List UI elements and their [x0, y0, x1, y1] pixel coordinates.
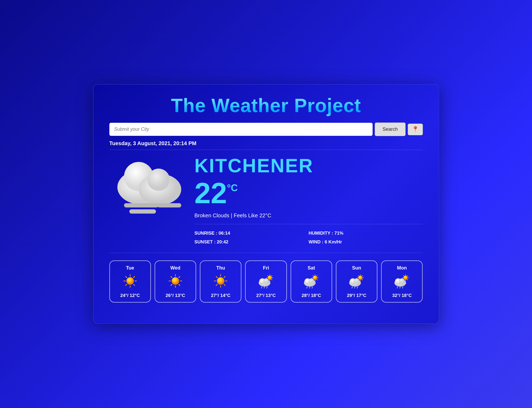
- forecast-card: Fri: [245, 260, 287, 303]
- svg-line-71: [362, 275, 362, 276]
- forecast-card: Tue 24°/ 12°C: [109, 260, 151, 303]
- cloud-rain-icon: [303, 274, 320, 288]
- temperature-row: 22 °C: [195, 178, 423, 208]
- weather-info: KITCHENER 22 °C Broken Clouds | Feels Li…: [195, 155, 423, 246]
- svg-line-86: [407, 275, 408, 276]
- svg-line-33: [216, 284, 217, 285]
- forecast-card: Thu 27°/ 14°C: [200, 260, 241, 303]
- svg-point-79: [403, 276, 408, 280]
- svg-line-21: [171, 276, 172, 278]
- svg-point-64: [358, 276, 362, 280]
- svg-line-24: [171, 284, 172, 285]
- svg-line-91: [397, 287, 398, 288]
- main-weather-section: KITCHENER 22 °C Broken Clouds | Feels Li…: [109, 155, 423, 246]
- svg-line-12: [126, 276, 127, 278]
- sun-icon: [168, 274, 183, 288]
- svg-point-60: [309, 278, 314, 284]
- forecast-row: Tue 24°/ 12°CWed: [109, 260, 423, 303]
- forecast-temp: 24°/ 12°C: [120, 293, 140, 298]
- cloud-fog-icon: [115, 158, 189, 217]
- forecast-temp: 27°/ 14°C: [211, 293, 230, 298]
- svg-line-31: [224, 284, 225, 285]
- svg-line-84: [403, 275, 404, 276]
- svg-line-15: [126, 284, 127, 285]
- svg-line-70: [362, 279, 362, 280]
- svg-line-77: [354, 287, 355, 288]
- search-button[interactable]: Search: [375, 123, 405, 136]
- forecast-icon: [168, 274, 183, 290]
- forecast-icon: [258, 274, 275, 290]
- svg-line-13: [133, 284, 135, 285]
- svg-line-54: [313, 275, 313, 276]
- city-name: KITCHENER: [195, 155, 423, 176]
- svg-line-69: [358, 275, 359, 276]
- forecast-icon: [348, 274, 365, 290]
- app-title: The Weather Project: [109, 95, 423, 116]
- forecast-temp: 26°/ 13°C: [166, 293, 185, 298]
- svg-point-3: [147, 169, 170, 191]
- forecast-day: Sun: [352, 265, 361, 271]
- cloud-rain-icon: [393, 274, 410, 288]
- forecast-day: Thu: [216, 265, 225, 271]
- svg-rect-6: [157, 203, 181, 207]
- forecast-card: Mon: [381, 260, 423, 303]
- svg-line-47: [264, 287, 265, 288]
- svg-line-63: [312, 287, 312, 288]
- forecast-day: Tue: [126, 265, 134, 271]
- forecast-day: Fri: [263, 265, 269, 271]
- svg-line-61: [307, 287, 307, 288]
- app-container: The Weather Project Search 📍 Tuesday, 3 …: [93, 84, 439, 324]
- svg-point-49: [313, 276, 317, 280]
- forecast-day: Wed: [170, 265, 180, 271]
- svg-line-48: [267, 287, 267, 288]
- forecast-temp: 29°/ 17°C: [347, 293, 366, 298]
- cloud-rain-icon: [348, 274, 365, 288]
- divider-1: [109, 150, 423, 150]
- cloud-rain-icon: [258, 274, 275, 288]
- weather-icon-area: [109, 155, 195, 211]
- svg-line-93: [402, 287, 403, 288]
- forecast-icon: [303, 274, 320, 290]
- stats-row: SUNRISE : 06:14 SUNSET : 20:42 HUMIDITY …: [195, 229, 423, 246]
- svg-line-22: [179, 284, 180, 285]
- forecast-temp: 27°/ 13°C: [256, 293, 276, 298]
- svg-line-85: [407, 279, 408, 280]
- stats-left: SUNRISE : 06:14 SUNSET : 20:42: [195, 229, 309, 246]
- svg-line-92: [400, 287, 400, 288]
- svg-line-56: [317, 275, 317, 276]
- svg-line-23: [179, 276, 180, 278]
- divider-2: [195, 224, 423, 224]
- sun-icon: [123, 274, 138, 288]
- svg-line-62: [309, 287, 310, 288]
- forecast-day: Mon: [397, 265, 407, 271]
- wind: WIND : 6 Km/Hr: [309, 238, 423, 246]
- pin-button[interactable]: 📍: [408, 124, 423, 135]
- search-input[interactable]: [109, 123, 373, 136]
- svg-rect-5: [129, 209, 156, 214]
- svg-point-7: [126, 277, 134, 285]
- forecast-temp: 28°/ 18°C: [302, 293, 321, 298]
- cloud-icon: [115, 158, 189, 211]
- stats-right: HUMIDITY : 71% WIND : 6 Km/Hr: [309, 229, 423, 246]
- humidity: HUMIDITY : 71%: [309, 229, 423, 238]
- forecast-icon: [213, 274, 228, 290]
- temperature-unit: °C: [227, 183, 238, 193]
- forecast-card: Sun: [336, 260, 377, 303]
- search-row: Search 📍: [109, 123, 423, 136]
- svg-line-40: [271, 279, 272, 280]
- sunrise: SUNRISE : 06:14: [195, 229, 309, 238]
- svg-line-78: [357, 287, 358, 288]
- svg-rect-4: [124, 203, 159, 207]
- current-datetime: Tuesday, 3 August, 2021, 20:14 PM: [109, 140, 423, 146]
- forecast-card: Sat: [291, 260, 332, 303]
- divider-3: [109, 253, 423, 253]
- svg-line-46: [261, 287, 262, 288]
- svg-line-14: [133, 276, 135, 278]
- svg-point-34: [268, 276, 272, 280]
- svg-line-30: [216, 276, 217, 278]
- svg-line-32: [224, 276, 225, 278]
- sun-icon: [213, 274, 228, 288]
- svg-line-55: [317, 279, 317, 280]
- svg-point-90: [399, 278, 405, 284]
- forecast-card: Wed 26°/ 13°C: [155, 260, 196, 303]
